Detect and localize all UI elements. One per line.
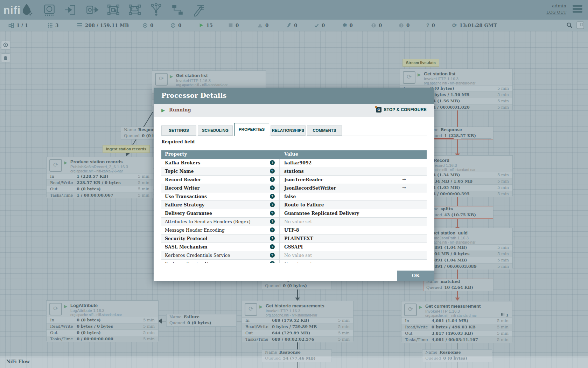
tab-relationships[interactable]: RELATIONSHIPS (271, 125, 306, 136)
dialog-statusbar: ▶ Running ⚙ STOP & CONFIGURE (154, 104, 434, 117)
stat-value: 34 / 00:00:01.020 (430, 105, 470, 110)
running-icon (199, 23, 204, 28)
locate-component-button[interactable] (1, 41, 10, 50)
drag-label-icon[interactable] (192, 3, 205, 16)
drag-output-port-icon[interactable] (85, 3, 99, 16)
property-row[interactable]: Kafka Brokers?kafka:9092 (161, 159, 427, 167)
stat-label: Out (50, 330, 57, 335)
property-row[interactable]: Topic Name?stations (161, 167, 427, 176)
stat-label: Read/Write (405, 325, 428, 329)
help-icon[interactable]: ? (270, 253, 275, 258)
stat-window: 5 min (497, 92, 509, 97)
stat-window: 5 min (497, 191, 509, 196)
invalid-icon (257, 23, 263, 28)
processor[interactable]: ⟳ ▶ LogAttribute LogAttribute 1.16.3 org… (46, 300, 159, 341)
stat-value: 0 (0 bytes) (77, 330, 101, 335)
help-icon[interactable]: ? (270, 177, 275, 182)
help-icon[interactable]: ? (270, 211, 275, 216)
logout-link[interactable]: LOG OUT (546, 10, 566, 15)
disabled-icon (286, 23, 292, 28)
property-row[interactable]: Record Writer?JsonRecordSetWriter→ (161, 184, 427, 192)
help-icon[interactable]: ? (270, 202, 275, 207)
drag-funnel-icon[interactable] (149, 3, 163, 16)
help-icon[interactable]: ? (270, 185, 275, 190)
property-row[interactable]: Security Protocol?PLAINTEXT (161, 234, 427, 243)
help-icon[interactable]: ? (270, 194, 275, 199)
property-name: Kafka Brokers (165, 160, 200, 165)
stat-value: 3,891 (1.04 MB) (430, 245, 467, 250)
tab-properties[interactable]: PROPERTIES (234, 123, 269, 136)
processor-stats: In1 (228.57 KB)5 min Read/Write228.57 KB… (47, 173, 153, 198)
stat-label: In (50, 318, 54, 322)
drag-input-port-icon[interactable] (64, 3, 77, 16)
stop-configure-icon: ⚙ (376, 107, 382, 113)
birdseye-toggle-button[interactable] (576, 20, 584, 31)
breadcrumb[interactable]: NiFi Flow (6, 359, 30, 364)
drag-remote-process-group-icon[interactable] (128, 3, 141, 16)
goto-controller-service-icon[interactable]: → (402, 177, 406, 182)
help-icon[interactable]: ? (270, 227, 275, 232)
processor[interactable]: ⟳ ▶ Get current measurement InvokeHTTP 1… (401, 301, 512, 342)
canvas-label[interactable]: Stream live-data (402, 59, 439, 67)
property-row[interactable]: SASL Mechanism?GSSAPI (161, 243, 427, 251)
threads-icon (501, 313, 505, 316)
global-menu-button[interactable] (573, 5, 582, 14)
stat-label: Out (50, 186, 57, 191)
processor-type-icon: ⟳ (155, 73, 168, 86)
help-icon[interactable]: ? (270, 236, 275, 241)
drag-processor-icon[interactable] (43, 3, 56, 16)
tab-settings[interactable]: SETTINGS (161, 125, 196, 136)
help-icon[interactable]: ? (270, 244, 275, 249)
stat-label: Tasks/Time (405, 337, 428, 342)
property-row[interactable]: Failure Strategy?Route to Failure (161, 201, 427, 209)
help-icon[interactable]: ? (270, 219, 275, 224)
connection-label[interactable]: NameFailure Queued0 (0 bytes) (166, 314, 237, 327)
table-header: Property Value (161, 150, 427, 159)
property-row[interactable]: Message Header Encoding?UTF-8 (161, 226, 427, 234)
property-row[interactable]: Record Reader?JsonTreeReader→ (161, 176, 427, 184)
column-header-property: Property (165, 151, 187, 157)
stat-label: Out (405, 331, 412, 336)
app-header: nifi admin LOG OUT (0, 0, 588, 20)
status-locally-modified-stale: 0 (399, 20, 410, 31)
stat-window: 5 min (138, 180, 149, 185)
tab-scheduling[interactable]: SCHEDULING (198, 125, 233, 136)
help-icon[interactable]: ? (270, 261, 275, 263)
canvas-label[interactable]: Ingest station records (103, 145, 150, 153)
ok-button[interactable]: OK (397, 271, 434, 281)
processor-type-icon: ⟳ (245, 303, 257, 316)
property-row[interactable]: Attributes to Send as Headers (Regex)?No… (161, 218, 427, 226)
processor-type: InvokeHTTP 1.16.3 (176, 79, 211, 83)
pan-hand-button[interactable] (1, 53, 10, 62)
run-status-icon: ▶ (259, 304, 262, 309)
question-icon: ? (426, 22, 429, 28)
status-locally-modified: ✱0 (343, 20, 353, 31)
status-refresh[interactable]: ⟳13:01:28 GMT (452, 20, 497, 31)
property-name: Message Header Encoding (165, 227, 225, 233)
threads-icon (48, 23, 53, 28)
property-row[interactable]: Use Transactions?false (161, 192, 427, 201)
connection-name: Response (440, 350, 461, 355)
run-status-icon: ▶ (419, 305, 422, 309)
processor-title: Get station list (176, 73, 208, 78)
drag-process-group-icon[interactable] (107, 3, 120, 16)
refresh-icon[interactable]: ⟳ (452, 22, 457, 29)
goto-controller-service-icon[interactable]: → (402, 185, 406, 190)
help-icon[interactable]: ? (270, 169, 275, 173)
stat-value: 0 (0 bytes) (77, 318, 101, 322)
property-row[interactable]: Delivery Guarantee?Guarantee Replicated … (161, 209, 427, 218)
status-stopped: 0 (228, 20, 239, 31)
stop-and-configure-button[interactable]: ⚙ STOP & CONFIGURE (376, 107, 427, 113)
property-value: stations (284, 169, 304, 174)
processor[interactable]: ⟳ ▶ Produce station records PublishKafka… (46, 157, 153, 197)
stat-window: 5 min (497, 258, 509, 263)
property-row[interactable]: Kerberos Credentials Service?No value se… (161, 251, 427, 260)
search-button[interactable] (566, 20, 573, 31)
tab-comments[interactable]: COMMENTS (307, 125, 342, 136)
help-icon[interactable]: ? (270, 160, 275, 165)
username: admin (546, 3, 566, 8)
property-row[interactable]: Kerberos Service Name?No value set (161, 260, 427, 263)
processor[interactable]: ⟳ ▶ Get historic measurements InvokeHTTP… (241, 301, 354, 341)
processor-type: InvokeHTTP 1.16.3 (424, 77, 458, 81)
drag-template-icon[interactable] (171, 3, 184, 16)
